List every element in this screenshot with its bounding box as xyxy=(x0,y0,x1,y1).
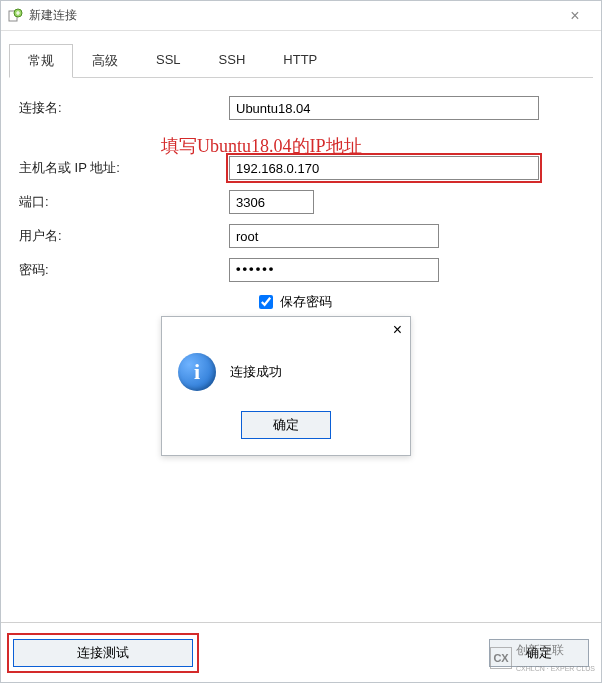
tab-http-label: HTTP xyxy=(283,52,317,67)
msgbox-close-button[interactable]: × xyxy=(393,321,402,339)
host-label: 主机名或 IP 地址: xyxy=(19,159,229,177)
message-box: × i 连接成功 确定 xyxy=(161,316,411,456)
password-input[interactable]: •••••• xyxy=(229,258,439,282)
tab-general-label: 常规 xyxy=(28,53,54,68)
msgbox-ok-button[interactable]: 确定 xyxy=(241,411,331,439)
username-label: 用户名: xyxy=(19,227,229,245)
tab-http[interactable]: HTTP xyxy=(264,44,336,78)
save-password-checkbox[interactable] xyxy=(259,295,273,309)
username-input[interactable] xyxy=(229,224,439,248)
password-label: 密码: xyxy=(19,261,229,279)
save-password-label: 保存密码 xyxy=(280,293,332,311)
watermark-brand: 创新互联 xyxy=(516,643,564,657)
app-icon xyxy=(7,8,23,24)
watermark-icon: CX xyxy=(490,647,512,669)
tab-ssl-label: SSL xyxy=(156,52,181,67)
tab-ssh[interactable]: SSH xyxy=(200,44,265,78)
dialog-footer: 连接测试 确定 CX 创新互联 CXHLCN · EXPER CLUS xyxy=(1,622,601,682)
test-connection-button[interactable]: 连接测试 xyxy=(13,639,193,667)
tab-advanced-label: 高级 xyxy=(92,53,118,68)
connection-name-input[interactable] xyxy=(229,96,539,120)
msgbox-text: 连接成功 xyxy=(230,363,282,381)
msgbox-ok-label: 确定 xyxy=(273,416,299,434)
watermark: CX 创新互联 CXHLCN · EXPER CLUS xyxy=(490,642,595,674)
tab-ssl[interactable]: SSL xyxy=(137,44,200,78)
annotation-text: 填写Ubuntu18.04的IP地址 xyxy=(161,134,362,158)
host-input[interactable] xyxy=(229,156,539,180)
watermark-sub: CXHLCN · EXPER CLUS xyxy=(516,665,595,672)
window-close-button[interactable]: × xyxy=(555,7,595,25)
new-connection-window: 新建连接 × 常规 高级 SSL SSH HTTP 连接名: 主机名或 IP 地… xyxy=(0,0,602,683)
port-input[interactable] xyxy=(229,190,314,214)
test-connection-label: 连接测试 xyxy=(77,644,129,662)
info-icon: i xyxy=(178,353,216,391)
tab-advanced[interactable]: 高级 xyxy=(73,44,137,78)
tab-bar: 常规 高级 SSL SSH HTTP xyxy=(9,43,593,78)
tab-general[interactable]: 常规 xyxy=(9,44,73,78)
tab-ssh-label: SSH xyxy=(219,52,246,67)
port-label: 端口: xyxy=(19,193,229,211)
connection-name-label: 连接名: xyxy=(19,99,229,117)
connection-form: 连接名: 主机名或 IP 地址: 端口: 用户名: 密码: •••••• xyxy=(9,96,593,312)
titlebar: 新建连接 × xyxy=(1,1,601,31)
window-title: 新建连接 xyxy=(29,7,77,24)
